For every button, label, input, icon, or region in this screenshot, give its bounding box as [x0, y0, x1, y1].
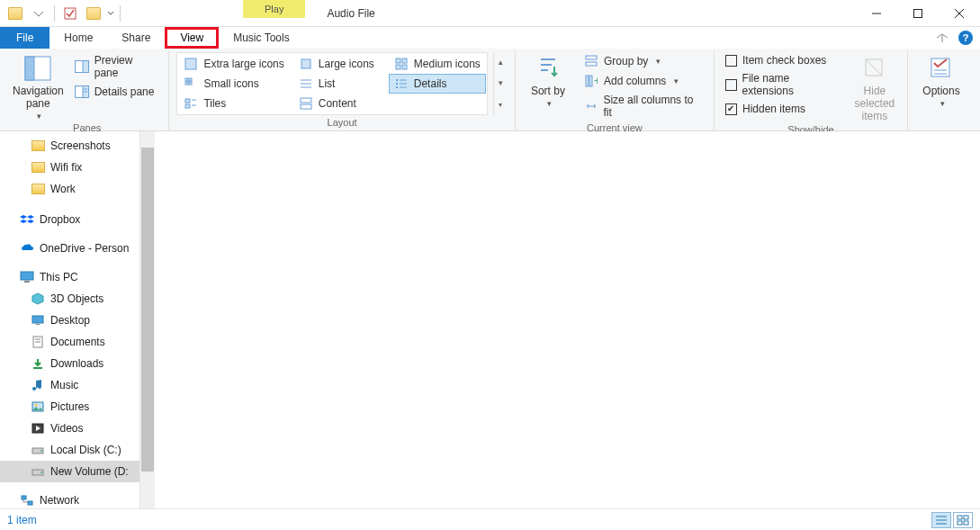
- svg-rect-20: [189, 82, 192, 85]
- sidebar-item-dropbox[interactable]: Dropbox: [0, 209, 139, 230]
- sidebar-item-downloads[interactable]: Downloads: [0, 353, 139, 374]
- svg-rect-2: [914, 10, 922, 18]
- svg-rect-11: [185, 58, 196, 69]
- svg-text:+: +: [594, 75, 598, 87]
- layout-content[interactable]: Content: [293, 94, 385, 113]
- status-view-details[interactable]: [931, 512, 951, 528]
- sort-icon: [534, 54, 562, 83]
- layout-small[interactable]: Small icons: [178, 74, 289, 94]
- layout-list-label: List: [319, 77, 336, 90]
- sidebar-item-desktop[interactable]: Desktop: [0, 310, 139, 331]
- sidebar-scrollbar[interactable]: [140, 131, 155, 508]
- minimize-button[interactable]: [856, 0, 897, 27]
- maximize-button[interactable]: [897, 0, 939, 27]
- group-by-button[interactable]: Group by: [579, 52, 706, 70]
- layout-details[interactable]: Details: [389, 74, 486, 94]
- this-pc-icon: [20, 270, 34, 284]
- hidden-items-toggle[interactable]: ✔ Hidden items: [722, 101, 844, 117]
- desktop-icon: [31, 313, 45, 328]
- svg-rect-41: [586, 76, 589, 86]
- close-button[interactable]: [939, 0, 980, 27]
- sidebar-item-3d-objects[interactable]: 3D Objects: [0, 288, 139, 310]
- drive-icon: [31, 443, 45, 457]
- svg-rect-30: [185, 99, 190, 103]
- sidebar-item-screenshots[interactable]: Screenshots: [0, 135, 139, 157]
- scrollbar-thumb[interactable]: [141, 148, 154, 472]
- sidebar-item-wifi-fix[interactable]: Wifi fix: [0, 157, 139, 178]
- svg-rect-28: [396, 86, 398, 88]
- navigation-pane-button[interactable]: Navigation pane: [13, 52, 64, 121]
- sidebar-item-music[interactable]: Music: [0, 374, 139, 396]
- context-tab-header: Play: [243, 0, 305, 26]
- size-columns-button[interactable]: Size all columns to fit: [579, 92, 706, 121]
- layout-large[interactable]: Large icons: [293, 54, 385, 74]
- tab-home[interactable]: Home: [49, 27, 107, 49]
- sidebar-item-this-pc[interactable]: This PC: [0, 266, 139, 288]
- qat-separator: [54, 5, 55, 22]
- svg-rect-50: [24, 281, 30, 283]
- thumbnails-view-icon: [957, 515, 969, 526]
- svg-rect-16: [402, 65, 407, 69]
- main-area: Screenshots Wifi fix Work Dropbox OneDri…: [0, 131, 980, 508]
- sidebar-item-onedrive[interactable]: OneDrive - Person: [0, 238, 139, 259]
- app-folder-icon[interactable]: [5, 4, 25, 23]
- tab-share[interactable]: Share: [107, 27, 165, 49]
- svg-rect-65: [28, 501, 32, 505]
- ribbon: Navigation pane Preview pane Details pan…: [0, 49, 980, 131]
- svg-rect-14: [402, 58, 407, 63]
- sidebar-item-work[interactable]: Work: [0, 178, 139, 200]
- svg-rect-0: [65, 8, 76, 19]
- sidebar-item-network[interactable]: Network: [0, 490, 139, 508]
- gallery-down-button[interactable]: ▼: [494, 73, 508, 94]
- title-bar: Play Audio File: [0, 0, 980, 27]
- music-icon: [31, 378, 45, 392]
- file-list-area[interactable]: [155, 131, 980, 508]
- checkbox-unchecked-icon: [725, 55, 737, 67]
- gallery-more-button[interactable]: ▾: [494, 94, 508, 115]
- extra-large-icons-icon: [184, 57, 198, 71]
- gallery-up-button[interactable]: ▲: [494, 52, 508, 73]
- sidebar-item-local-disk[interactable]: Local Disk (C:): [0, 439, 139, 461]
- preview-pane-label: Preview pane: [94, 54, 157, 79]
- svg-rect-12: [301, 59, 310, 68]
- options-button[interactable]: Options: [915, 52, 967, 114]
- sidebar-item-documents[interactable]: Documents: [0, 331, 139, 353]
- sidebar-label: This PC: [40, 271, 78, 283]
- tab-file[interactable]: File: [0, 27, 49, 49]
- file-extensions-toggle[interactable]: File name extensions: [722, 70, 844, 99]
- item-check-boxes-toggle[interactable]: Item check boxes: [722, 52, 844, 68]
- svg-rect-40: [586, 62, 597, 66]
- sidebar-item-videos[interactable]: Videos: [0, 418, 139, 439]
- sidebar-item-new-volume[interactable]: New Volume (D:: [0, 461, 139, 482]
- sidebar-item-pictures[interactable]: Pictures: [0, 396, 139, 418]
- sort-by-button[interactable]: Sort by: [523, 52, 573, 121]
- medium-icons-icon: [394, 57, 409, 71]
- status-bar: 1 item: [0, 508, 980, 530]
- layout-extra-large[interactable]: Extra large icons: [178, 54, 289, 74]
- preview-pane-button[interactable]: Preview pane: [69, 52, 162, 81]
- layout-medium[interactable]: Medium icons: [389, 54, 486, 74]
- collapse-ribbon-icon[interactable]: [935, 32, 949, 43]
- chevron-down-icon: [107, 7, 114, 20]
- qat-item[interactable]: [29, 4, 49, 23]
- tab-music-tools[interactable]: Music Tools: [219, 27, 303, 49]
- add-columns-button[interactable]: + Add columns: [579, 72, 706, 90]
- qat-properties[interactable]: [60, 4, 80, 23]
- svg-rect-6: [83, 61, 89, 73]
- sidebar-label: OneDrive - Person: [40, 242, 129, 255]
- layout-tiles[interactable]: Tiles: [178, 94, 289, 113]
- svg-rect-32: [185, 104, 190, 108]
- layout-extra-large-label: Extra large icons: [203, 58, 283, 70]
- help-button[interactable]: ?: [958, 31, 973, 45]
- sidebar-label: Desktop: [50, 314, 90, 327]
- svg-rect-15: [396, 65, 400, 69]
- ribbon-group-panes: Navigation pane Preview pane Details pan…: [5, 50, 169, 130]
- status-view-thumbnails[interactable]: [953, 512, 973, 528]
- qat-folder[interactable]: [84, 4, 103, 23]
- layout-tiles-label: Tiles: [203, 97, 226, 110]
- details-pane-button[interactable]: Details pane: [69, 83, 162, 101]
- tab-view[interactable]: View: [165, 27, 219, 49]
- layout-list[interactable]: List: [293, 74, 385, 94]
- hide-selected-button[interactable]: Hide selected items: [850, 52, 900, 122]
- qat-customize[interactable]: [107, 4, 114, 23]
